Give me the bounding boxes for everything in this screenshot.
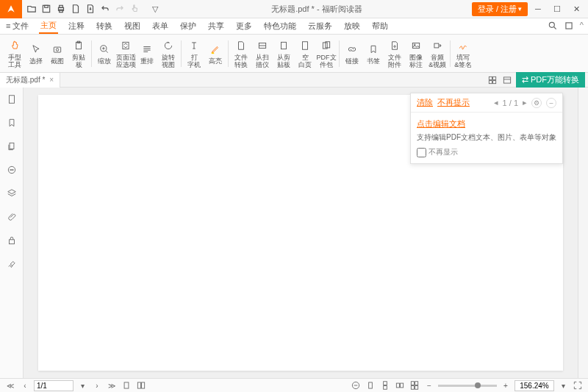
redo-icon[interactable] [113, 2, 126, 15]
open-icon[interactable] [25, 2, 38, 15]
undo-icon[interactable] [98, 2, 112, 15]
tool-link[interactable]: 链接 [342, 37, 362, 71]
tip-clear-link[interactable]: 清除 [417, 97, 433, 108]
sidebar-bookmark-icon[interactable] [4, 115, 19, 130]
touch-icon[interactable] [128, 2, 141, 15]
zoom-out-icon[interactable]: − [423, 379, 435, 391]
tool-blank[interactable]: 空白页 [295, 37, 315, 71]
menu-share[interactable]: 共享 [207, 19, 226, 33]
menu-view[interactable]: 视图 [123, 19, 142, 33]
tool-select[interactable]: 选择 [26, 37, 46, 71]
tool-fitpage[interactable]: 页面适应选项 [115, 37, 136, 71]
view-facing-icon[interactable] [394, 379, 406, 391]
fullscreen-icon[interactable] [572, 379, 584, 391]
new-doc-icon[interactable] [69, 2, 82, 15]
sidebar-pages-icon[interactable] [4, 139, 19, 154]
tip-settings-icon[interactable]: ⚙ [531, 98, 542, 108]
view-list-icon[interactable] [501, 74, 513, 86]
zoom-slider-thumb[interactable] [475, 382, 481, 388]
svg-rect-22 [489, 76, 492, 79]
sidebar-attachment-icon[interactable] [4, 210, 19, 224]
zoom-in-icon[interactable]: + [500, 379, 512, 391]
tip-page-indicator: 1 / 1 [503, 99, 518, 107]
menu-protect[interactable]: 保护 [179, 19, 198, 33]
first-page-icon[interactable]: ≪ [4, 379, 16, 391]
qat-dropdown-icon[interactable]: ▽ [148, 2, 162, 15]
sidebar-thumbnails-icon[interactable] [4, 92, 19, 107]
tool-clipboard[interactable]: 剪贴板 [68, 37, 89, 71]
settings-icon[interactable] [564, 21, 574, 32]
tool-highlight[interactable]: 高亮 [205, 37, 226, 71]
sidebar-security-icon[interactable] [4, 233, 19, 248]
tip-next-icon[interactable]: ▸ [523, 98, 527, 107]
menu-special[interactable]: 特色功能 [262, 19, 298, 33]
tool-audio[interactable]: 音频&视频 [427, 37, 448, 71]
svg-rect-0 [43, 5, 49, 12]
tool-attach[interactable]: 文件附件 [384, 37, 405, 71]
view-grid-icon[interactable] [487, 74, 498, 86]
menu-hamburger[interactable]: ≡ 文件 [4, 19, 30, 33]
fit-width-icon[interactable] [350, 379, 362, 391]
vertical-scrollbar[interactable] [578, 88, 588, 378]
tab-close-icon[interactable]: × [49, 76, 54, 84]
save-icon[interactable] [40, 2, 53, 15]
page-number-input[interactable] [34, 380, 74, 391]
collapse-ribbon-icon[interactable]: ^ [580, 21, 584, 32]
toolbar: 手型工具 选择 截图 剪贴板 缩放 页面适应选项 重排 旋转视图 打字机 高亮 … [0, 35, 588, 73]
zoom-dropdown-icon[interactable]: ▾ [557, 379, 569, 391]
menu-help[interactable]: 帮助 [370, 19, 390, 33]
tool-sign[interactable]: 填写&签名 [453, 37, 473, 71]
zoom-level-input[interactable] [514, 380, 554, 391]
print-icon[interactable] [54, 2, 68, 15]
tip-title-link[interactable]: 点击编辑文档 [417, 118, 556, 129]
menu-home[interactable]: 主页 [39, 18, 58, 34]
export-icon[interactable] [84, 2, 97, 15]
menu-form[interactable]: 表单 [151, 19, 170, 33]
svg-point-8 [56, 49, 59, 51]
tool-clip[interactable]: 从剪贴板 [273, 37, 294, 71]
svg-rect-14 [282, 42, 287, 49]
tool-bookmark[interactable]: 书签 [363, 37, 384, 71]
tool-typewriter[interactable]: 打字机 [184, 37, 204, 71]
view-single-icon[interactable] [365, 379, 376, 391]
menu-play[interactable]: 放映 [343, 19, 362, 33]
view-continuous-facing-icon[interactable] [409, 379, 420, 391]
menu-more[interactable]: 更多 [234, 19, 254, 33]
tool-snapshot[interactable]: 截图 [47, 37, 68, 71]
zoom-slider[interactable] [438, 385, 497, 387]
sidebar-comment-icon[interactable] [4, 163, 19, 177]
tool-zoom[interactable]: 缩放 [94, 37, 115, 71]
tip-description: 支持编辑PDF文档文本、图片、表单等对象 [417, 132, 556, 143]
last-page-icon[interactable]: ≫ [106, 379, 118, 391]
maximize-button[interactable]: ☐ [548, 1, 566, 16]
pdf-convert-button[interactable]: ⇄PDF万能转换 [516, 72, 585, 88]
minimize-button[interactable]: ─ [529, 1, 547, 16]
document-tab[interactable]: 无标题.pdf * × [0, 73, 60, 88]
next-page-icon[interactable]: › [91, 379, 103, 391]
prev-page-icon[interactable]: ‹ [19, 379, 31, 391]
tip-prev-icon[interactable]: ◂ [494, 98, 498, 107]
close-button[interactable]: ✕ [567, 1, 585, 16]
menu-convert[interactable]: 转换 [95, 19, 114, 33]
login-button[interactable]: 登录 / 注册▾ [472, 2, 528, 16]
tool-fileconv[interactable]: 文件转换 [231, 37, 251, 71]
tip-dontshow-checkbox[interactable]: 不再显示 [417, 147, 556, 157]
tool-rotate[interactable]: 旋转视图 [158, 37, 179, 71]
tool-reflow[interactable]: 重排 [137, 37, 157, 71]
menu-cloud[interactable]: 云服务 [306, 19, 334, 33]
sidebar-signature-icon[interactable] [4, 257, 19, 271]
tip-close-icon[interactable]: – [546, 98, 556, 108]
tool-scan[interactable]: 从扫描仪 [252, 37, 273, 71]
search-icon[interactable] [548, 21, 558, 32]
page-layout2-icon[interactable] [135, 379, 147, 391]
sidebar-layers-icon[interactable] [4, 186, 19, 201]
page-layout1-icon[interactable] [121, 379, 132, 391]
menu-annotate[interactable]: 注释 [67, 19, 86, 33]
tool-pdfdoc[interactable]: PDF文件包 [316, 37, 337, 71]
tool-hand[interactable]: 手型工具 [4, 37, 25, 71]
tip-noprompt-link[interactable]: 不再提示 [437, 97, 470, 108]
convert-icon: ⇄ [522, 75, 528, 85]
page-dropdown-icon[interactable]: ▾ [76, 379, 88, 391]
view-continuous-icon[interactable] [379, 379, 391, 391]
tool-imagetag[interactable]: 图像标注 [406, 37, 426, 71]
